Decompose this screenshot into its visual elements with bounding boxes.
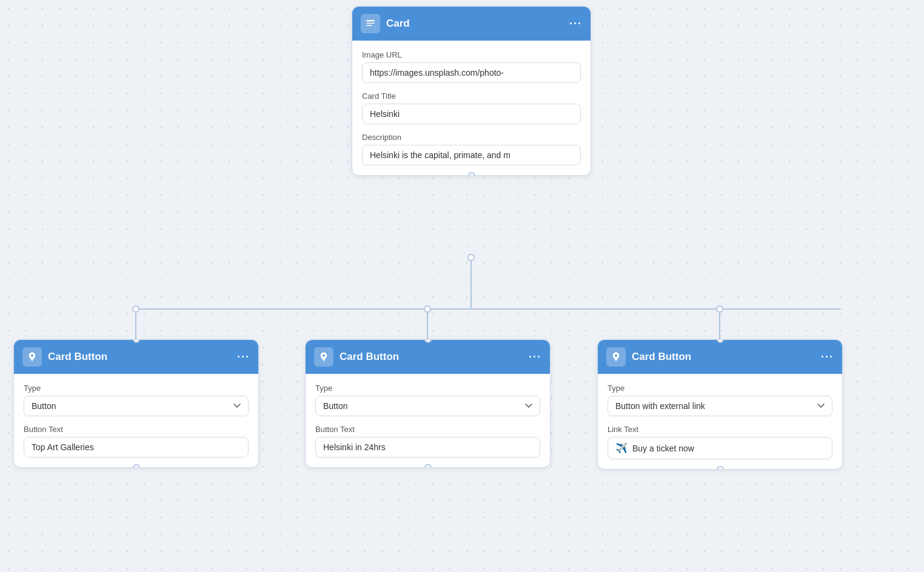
card-node-body: Image URL Card Title Description [352, 41, 591, 175]
btn2-type-label: Type [315, 384, 540, 393]
btn2-button-text-input[interactable] [315, 437, 540, 457]
card-title-label: Card Title [362, 91, 581, 101]
card-node-menu[interactable]: ··· [569, 18, 582, 30]
svg-rect-6 [366, 25, 372, 26]
btn1-bottom-connector [133, 464, 140, 468]
svg-point-7 [31, 354, 33, 357]
btn1-button-text-label: Button Text [24, 425, 249, 434]
btn2-icon [314, 347, 333, 367]
btn2-title: Card Button [340, 351, 523, 363]
card-icon-svg [365, 18, 376, 29]
btn3-link-text-container: ✈️ [608, 437, 832, 459]
card-node-header: Card ··· [352, 7, 591, 41]
card-button-node-2: Card Button ··· Type Button Button with … [305, 339, 551, 468]
btn2-bottom-connector [424, 464, 432, 468]
btn3-icon-svg [611, 351, 621, 362]
card-button-node-3: Card Button ··· Type Button Button with … [597, 339, 843, 470]
btn3-link-text-label: Link Text [608, 425, 832, 434]
btn3-body: Type Button Button with external link Li… [598, 374, 842, 469]
btn2-body: Type Button Button with external link Bu… [306, 374, 550, 467]
svg-point-0 [133, 306, 139, 312]
btn2-menu[interactable]: ··· [529, 351, 541, 364]
btn1-button-text-input[interactable] [24, 437, 249, 457]
btn1-type-select[interactable]: Button Button with external link [24, 396, 249, 416]
btn1-menu[interactable]: ··· [237, 351, 250, 364]
svg-point-8 [323, 354, 325, 357]
btn3-type-select[interactable]: Button Button with external link [608, 396, 832, 416]
svg-point-1 [424, 306, 430, 312]
description-input[interactable] [362, 145, 581, 165]
svg-rect-4 [366, 20, 375, 21]
image-url-label: Image URL [362, 50, 581, 59]
btn3-type-label: Type [608, 384, 832, 393]
btn1-body: Type Button Button with external link Bu… [14, 374, 258, 467]
card-node: Card ··· Image URL Card Title Descriptio… [352, 6, 591, 176]
btn1-header: Card Button ··· [14, 340, 258, 374]
svg-rect-5 [366, 23, 375, 24]
svg-point-3 [468, 254, 474, 261]
btn1-icon [22, 347, 42, 367]
svg-point-2 [717, 306, 723, 312]
card-node-bottom-connector [468, 172, 475, 176]
btn3-link-text-input[interactable] [632, 444, 825, 453]
description-label: Description [362, 133, 581, 142]
airplane-emoji: ✈️ [615, 442, 628, 454]
btn2-icon-svg [318, 351, 329, 362]
btn1-type-label: Type [24, 384, 249, 393]
image-url-input[interactable] [362, 62, 581, 83]
card-button-node-1: Card Button ··· Type Button Button with … [13, 339, 259, 468]
canvas: Card ··· Image URL Card Title Descriptio… [0, 0, 924, 572]
btn2-button-text-label: Button Text [315, 425, 540, 434]
btn2-type-select[interactable]: Button Button with external link [315, 396, 540, 416]
btn1-title: Card Button [48, 351, 231, 363]
btn3-header: Card Button ··· [598, 340, 842, 374]
svg-point-9 [615, 354, 617, 357]
btn1-icon-svg [27, 351, 38, 362]
btn3-title: Card Button [632, 351, 815, 363]
btn2-header: Card Button ··· [306, 340, 550, 374]
card-icon [361, 14, 380, 33]
card-node-title: Card [386, 18, 563, 30]
btn3-bottom-connector [717, 466, 724, 470]
card-title-input[interactable] [362, 104, 581, 124]
btn3-icon [606, 347, 626, 367]
btn3-menu[interactable]: ··· [821, 351, 834, 364]
